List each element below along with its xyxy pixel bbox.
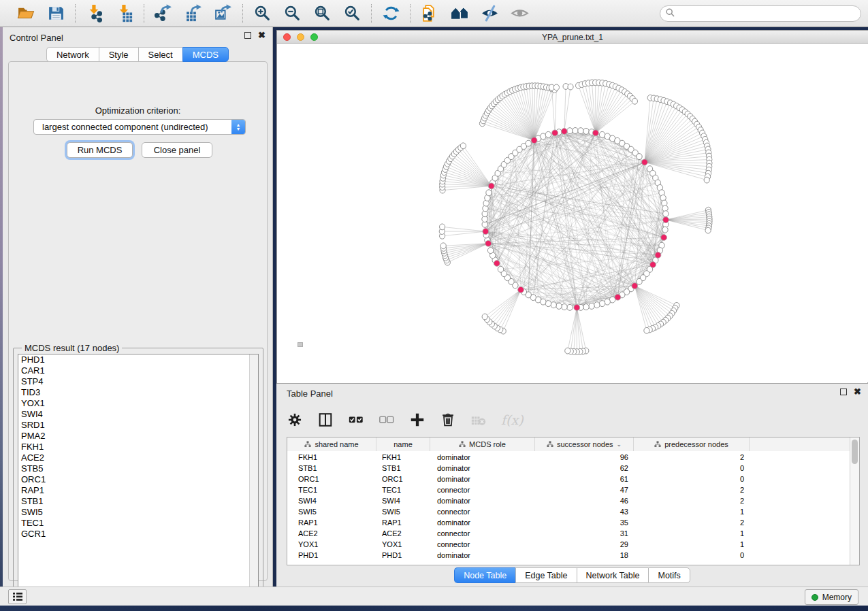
graph-node[interactable] <box>637 154 642 160</box>
mcds-result-item[interactable]: TEC1 <box>18 518 258 529</box>
mcds-result-list[interactable]: PHD1CAR1STP4TID3YOX1SWI4SRD1PMA2FKH1ACE2… <box>18 354 259 592</box>
float-panel-icon[interactable] <box>244 32 251 39</box>
graph-leaf-node[interactable] <box>553 84 559 90</box>
mcds-result-item[interactable]: FKH1 <box>18 442 258 452</box>
mcds-list-scrollbar[interactable] <box>249 354 258 591</box>
table-cell[interactable]: 43 <box>535 506 634 517</box>
graph-mcds-hub-node[interactable] <box>663 217 669 223</box>
eye-slash-button[interactable] <box>479 3 500 24</box>
save-button[interactable] <box>46 3 66 24</box>
doc-share-button[interactable] <box>419 3 440 24</box>
graph-leaf-node[interactable] <box>568 84 573 90</box>
graph-mcds-hub-node[interactable] <box>574 305 580 311</box>
mcds-result-item[interactable]: ACE2 <box>18 452 258 463</box>
table-row[interactable]: YOX1YOX1connector291 <box>287 539 850 550</box>
refresh-button[interactable] <box>381 3 401 24</box>
add-button[interactable] <box>409 412 425 428</box>
tab-node-table[interactable]: Node Table <box>454 567 515 583</box>
column-header-predecessor-nodes[interactable]: predecessor nodes <box>634 437 750 451</box>
table-row[interactable]: ACE2ACE2connector311 <box>287 528 850 539</box>
table-cell[interactable]: TEC1 <box>376 484 430 495</box>
graph-node[interactable] <box>573 128 578 134</box>
import-network-button[interactable] <box>84 3 105 24</box>
export-table-button[interactable] <box>183 3 204 24</box>
graph-node[interactable] <box>545 131 551 137</box>
graph-node[interactable] <box>567 128 573 134</box>
graph-mcds-hub-node[interactable] <box>485 240 492 246</box>
table-cell[interactable]: ACE2 <box>376 528 430 539</box>
graph-node[interactable] <box>599 301 605 307</box>
table-cell[interactable]: dominator <box>430 550 535 561</box>
deselect-all-button[interactable] <box>379 412 395 428</box>
zoom-out-button[interactable] <box>282 3 302 24</box>
table-cell[interactable]: 2 <box>634 452 750 463</box>
table-cell[interactable]: FKH1 <box>376 452 430 463</box>
table-cell[interactable]: 18 <box>535 550 634 561</box>
graph-mcds-hub-node[interactable] <box>561 129 567 135</box>
graph-mcds-hub-node[interactable] <box>531 137 537 144</box>
table-row[interactable]: SWI4SWI4dominator462 <box>287 495 850 506</box>
graph-node[interactable] <box>594 302 600 308</box>
table-cell[interactable]: connector <box>430 539 535 550</box>
table-cell[interactable]: PHD1 <box>376 550 430 561</box>
graph-mcds-hub-node[interactable] <box>483 229 489 235</box>
graph-leaf-node[interactable] <box>482 314 487 320</box>
table-cell[interactable]: dominator <box>430 495 535 506</box>
graph-node[interactable] <box>578 128 583 134</box>
table-cell[interactable]: 2 <box>634 484 750 495</box>
table-row[interactable]: FKH1FKH1dominator962 <box>287 452 850 463</box>
mcds-result-item[interactable]: GCR1 <box>18 529 258 540</box>
optimization-criterion-dropdown[interactable]: largest connected component (undirected)… <box>33 119 246 135</box>
table-row[interactable]: TEC1TEC1connector472 <box>287 484 850 495</box>
table-cell[interactable]: STB1 <box>287 463 376 474</box>
tab-mcds[interactable]: MCDS <box>182 47 229 62</box>
float-table-panel-icon[interactable] <box>840 389 847 395</box>
table-cell[interactable]: YOX1 <box>287 539 376 550</box>
columns-button[interactable] <box>317 412 334 428</box>
graph-leaf-node[interactable] <box>644 327 649 333</box>
graph-mcds-hub-node[interactable] <box>650 262 656 268</box>
graph-leaf-node[interactable] <box>705 227 711 233</box>
table-row[interactable]: ORC1ORC1dominator610 <box>287 474 850 484</box>
graph-node[interactable] <box>583 128 589 134</box>
table-cell[interactable]: SWI4 <box>287 495 376 506</box>
table-cell[interactable]: 1 <box>634 528 750 539</box>
table-cell[interactable]: connector <box>430 528 535 539</box>
table-cell[interactable]: 47 <box>535 484 634 495</box>
table-cell[interactable]: SWI4 <box>376 495 430 506</box>
table-cell[interactable]: connector <box>430 506 535 517</box>
graph-leaf-node[interactable] <box>632 98 637 104</box>
close-panel-icon[interactable]: ✖ <box>258 32 266 39</box>
trash-button[interactable] <box>440 412 456 428</box>
table-cell[interactable]: 96 <box>535 452 634 463</box>
mcds-result-item[interactable]: CAR1 <box>18 365 258 376</box>
table-scrollbar-thumb[interactable] <box>852 440 858 464</box>
network-graph-svg[interactable] <box>277 44 867 383</box>
table-cell[interactable]: YOX1 <box>376 539 430 550</box>
mcds-result-item[interactable]: YOX1 <box>18 398 258 409</box>
table-cell[interactable]: ACE2 <box>287 528 376 539</box>
column-header-name[interactable]: name <box>376 437 430 451</box>
import-table-button[interactable] <box>114 3 135 24</box>
table-cell[interactable]: ORC1 <box>287 474 376 484</box>
table-row[interactable]: RAP1RAP1dominator352 <box>287 517 850 528</box>
graph-mcds-hub-node[interactable] <box>615 294 621 300</box>
graph-leaf-node[interactable] <box>440 224 445 230</box>
graph-node[interactable] <box>567 304 573 310</box>
panel-resize-handle[interactable] <box>298 342 303 347</box>
table-cell[interactable]: 0 <box>634 463 750 474</box>
graph-mcds-hub-node[interactable] <box>661 235 667 241</box>
table-cell[interactable]: 46 <box>535 495 634 506</box>
graph-node[interactable] <box>583 304 589 310</box>
run-mcds-button[interactable]: Run MCDS <box>67 142 133 158</box>
table-cell[interactable]: STB1 <box>376 463 430 474</box>
mcds-result-item[interactable]: TID3 <box>18 387 258 398</box>
table-cell[interactable]: RAP1 <box>376 517 430 528</box>
graph-node[interactable] <box>663 211 669 217</box>
tab-style[interactable]: Style <box>99 47 138 62</box>
table-cell[interactable]: connector <box>430 484 535 495</box>
table-cell[interactable]: 31 <box>535 528 634 539</box>
tab-network-table[interactable]: Network Table <box>577 567 649 583</box>
tab-edge-table[interactable]: Edge Table <box>515 567 576 583</box>
graph-node[interactable] <box>589 303 594 309</box>
